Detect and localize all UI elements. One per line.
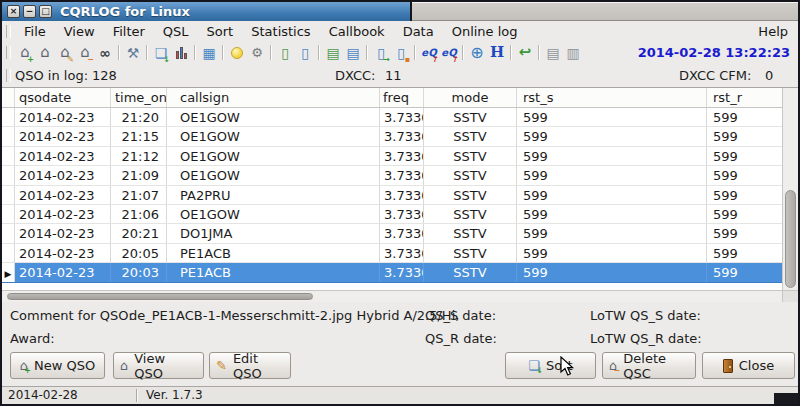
toolbar-separator	[366, 45, 368, 60]
header-rst-s[interactable]: rst_s	[517, 88, 707, 107]
toolbar-separator	[414, 45, 416, 60]
view-qso-button[interactable]: ⌂ View QSO	[113, 352, 204, 379]
edit-qso-button[interactable]: ✎ Edit QSO	[209, 352, 291, 379]
header-rst-r[interactable]: rst_r	[707, 88, 782, 107]
web-callbook-icon[interactable]: ⊕	[467, 43, 487, 62]
menu-view[interactable]: View	[55, 21, 104, 42]
table-row[interactable]: 2014-02-23 21:12 OE1GOW 3.7330 SSTV 599 …	[2, 147, 782, 166]
delete-qso-icon[interactable]: ⌂−	[75, 43, 95, 62]
horizontal-scrollbar[interactable]	[2, 290, 782, 302]
new-qso-button[interactable]: ⌂+ New QSO	[10, 352, 105, 379]
new-doc-icon[interactable]: ▯	[275, 43, 295, 62]
dxcc-label: DXCC:	[335, 63, 376, 88]
eqsl-download-icon[interactable]: eQ↑	[439, 43, 459, 62]
menu-online-log[interactable]: Online log	[443, 21, 527, 42]
toolbar-separator	[462, 45, 464, 60]
header-qsodate[interactable]: qsodate	[15, 88, 111, 107]
menu-statistics[interactable]: Statistics	[242, 21, 319, 42]
toolbar-separator	[118, 45, 120, 60]
table-row[interactable]: 2014-02-23 20:05 PE1ACB 3.7330 SSTV 599 …	[2, 244, 782, 263]
lock-doc-icon[interactable]: ▯▪	[391, 43, 411, 62]
stats-row-handle[interactable]	[6, 69, 11, 82]
toolbar-separator	[510, 45, 512, 60]
scrollbar-corner	[782, 290, 798, 302]
table-row[interactable]: 2014-02-23 21:07 PA2PRU 3.7330 SSTV 599 …	[2, 186, 782, 205]
list-blue-icon[interactable]: ▤	[343, 43, 363, 62]
titlebar-tab[interactable]: × − □ CQRLOG for Linux	[2, 2, 412, 21]
dxcc-value: 11	[385, 63, 402, 88]
gears-icon[interactable]: ⚙	[247, 43, 267, 62]
toolbar-separator	[318, 45, 320, 60]
resize-grip[interactable]	[774, 393, 798, 404]
titlebar: × − □ CQRLOG for Linux	[2, 2, 798, 21]
preferences-icon[interactable]: ⚒	[123, 43, 143, 62]
search-icon[interactable]: ∞	[95, 43, 115, 62]
award-label: Award:	[10, 331, 55, 346]
horizontal-scrollbar-thumb[interactable]	[7, 293, 313, 300]
minimize-window-icon[interactable]: −	[23, 5, 36, 18]
statusbar-version: Ver. 1.7.3	[146, 387, 203, 404]
qss-date-label: QS_S date:	[425, 308, 496, 323]
selected-row-marker-icon: ▶	[5, 269, 12, 279]
sun-icon[interactable]	[227, 43, 247, 62]
toolbar-separator	[194, 45, 196, 60]
header-freq[interactable]: freq	[380, 88, 424, 107]
close-button[interactable]: Close	[702, 352, 795, 379]
menubar-handle[interactable]	[6, 25, 11, 38]
qso-in-log-label: QSO in log:	[15, 63, 88, 88]
menu-filter[interactable]: Filter	[104, 21, 154, 42]
table-row[interactable]: 2014-02-23 21:20 OE1GOW 3.7330 SSTV 599 …	[2, 108, 782, 127]
doc-icon[interactable]: ▯	[295, 43, 315, 62]
comment-value: de_PE1ACB-1-Messerschmitt-2.jpg Hybrid A…	[129, 308, 459, 323]
sort-icon[interactable]: ❏↓	[151, 43, 171, 62]
table-row[interactable]: 2014-02-23 21:09 OE1GOW 3.7330 SSTV 599 …	[2, 166, 782, 185]
edit-qso-button-icon: ✎	[216, 359, 227, 372]
menu-callbook[interactable]: Callbook	[320, 21, 394, 42]
header-callsign[interactable]: callsign	[167, 88, 380, 107]
menu-qsl[interactable]: QSL	[154, 21, 198, 42]
statusbar-date: 2014-02-28	[8, 387, 78, 404]
edit-qso-icon[interactable]: ⌂✎	[55, 43, 75, 62]
header-time-on[interactable]: time_on	[111, 88, 167, 107]
close-door-icon	[723, 359, 733, 373]
table-header: qsodate time_on callsign freq mode rst_s…	[2, 88, 798, 108]
close-window-icon[interactable]: ×	[7, 5, 20, 18]
toolbar-handle[interactable]	[6, 46, 11, 59]
delete-qso-button[interactable]: ⌂− Delete QSC	[602, 352, 696, 379]
sort-button[interactable]: ❏↓ Sort	[505, 352, 596, 379]
table-row[interactable]: 2014-02-23 21:06 OE1GOW 3.7330 SSTV 599 …	[2, 205, 782, 224]
new-qso-button-icon: ⌂+	[20, 359, 28, 372]
mouse-cursor	[560, 356, 576, 378]
button-row: ⌂+ New QSO ⌂ View QSO ✎ Edit QSO ❏↓ Sort…	[2, 348, 798, 386]
menubar: File View Filter QSL Sort Statistics Cal…	[2, 21, 798, 42]
eqsl-upload-icon[interactable]: eQ↑	[419, 43, 439, 62]
keyer-icon[interactable]: ▥	[563, 43, 583, 62]
dxcc-cfm-value: 0	[765, 63, 773, 88]
header-mode[interactable]: mode	[424, 88, 517, 107]
rig-icon[interactable]: ▤	[543, 43, 563, 62]
menu-file[interactable]: File	[15, 21, 55, 42]
menu-sort[interactable]: Sort	[198, 21, 243, 42]
maximize-window-icon[interactable]: □	[39, 5, 52, 18]
table-row[interactable]: 2014-02-23 21:15 OE1GOW 3.7330 SSTV 599 …	[2, 127, 782, 146]
menu-data[interactable]: Data	[394, 21, 443, 42]
table-row-selected[interactable]: ▶ 2014-02-23 20:03 PE1ACB 3.7330 SSTV 59…	[2, 263, 782, 282]
qso-in-log-value: 128	[92, 63, 117, 88]
refresh-icon[interactable]: ↩	[515, 43, 535, 62]
grayline-icon[interactable]: ▦	[199, 43, 219, 62]
statistics-icon[interactable]	[171, 43, 191, 62]
export-doc-icon[interactable]: ▯→	[371, 43, 391, 62]
vertical-scrollbar-thumb[interactable]	[785, 190, 796, 288]
statusbar-separator	[136, 389, 138, 402]
stats-row: QSO in log: 128 DXCC: 11 DXCC CFM: 0	[2, 63, 798, 88]
menu-help[interactable]: Help	[749, 21, 798, 42]
toolbar-separator	[538, 45, 540, 60]
qso-details-panel: Comment for QSO: de_PE1ACB-1-Messerschmi…	[2, 302, 798, 348]
vertical-scrollbar[interactable]	[782, 88, 798, 290]
list-green-icon[interactable]: ▤	[323, 43, 343, 62]
new-qso-icon[interactable]: ⌂+	[15, 43, 35, 62]
hamqth-icon[interactable]: H	[487, 43, 507, 62]
table-row[interactable]: 2014-02-23 20:21 DO1JMA 3.7330 SSTV 599 …	[2, 224, 782, 243]
toolbar: ⌂+ ⌂ ⌂✎ ⌂− ∞ ⚒ ❏↓ ▦ ⚙ ▯ ▯ ▤ ▤ ▯→ ▯▪ eQ↑ …	[2, 42, 798, 63]
view-qso-icon[interactable]: ⌂	[35, 43, 55, 62]
